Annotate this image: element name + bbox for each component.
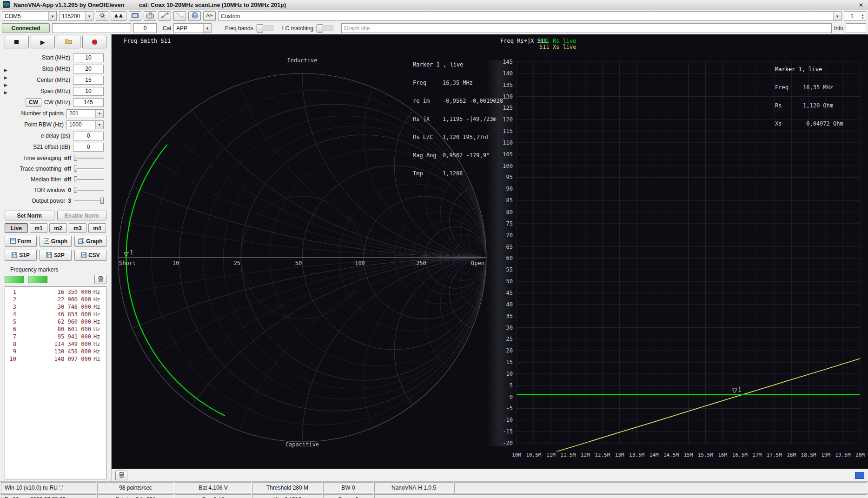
graph-copy-button[interactable]: Graph [74,236,106,247]
web-button[interactable] [188,11,201,21]
trace-m4-button[interactable]: m4 [88,223,106,233]
preset-arrow-button[interactable]: ▶ [4,83,7,88]
serial-info-field[interactable] [52,23,131,33]
marker-color-swatch[interactable] [28,276,47,283]
graph-view-button[interactable]: Graph [40,236,72,247]
slider-thumb[interactable] [74,166,77,172]
svg-text:11,5M: 11,5M [560,452,576,458]
stop-icon [14,40,19,44]
svg-text:10,5M: 10,5M [526,452,541,458]
start-mhz-field[interactable] [73,53,104,62]
unlink-button[interactable] [173,11,186,21]
com-port-select[interactable]: COM5▾ [2,11,57,21]
save-s1p-button[interactable]: S1P [5,250,37,261]
display-count-field[interactable]: 1▴▾ [844,11,866,21]
lc-matching-toggle[interactable] [316,26,333,31]
freq-marker-row[interactable]: 10148 097 000Hz [6,355,103,363]
stop-button[interactable] [5,36,29,48]
preset-arrow-button[interactable]: ▶ [4,68,7,73]
save-csv-button[interactable]: CSV [74,250,106,261]
cw-mhz-field[interactable] [73,98,104,107]
freq-marker-row[interactable]: 116 350 000Hz [6,288,103,296]
svg-text:12M: 12M [581,452,590,458]
slider-thumb[interactable] [100,198,104,204]
graph-title-input[interactable] [341,23,832,33]
trace-m3-button[interactable]: m3 [69,223,86,233]
trace-smoothing-slider[interactable] [74,165,104,173]
svg-text:45: 45 [506,290,513,296]
connected-button[interactable]: Connected [2,23,50,33]
form-view-button[interactable]: Form [5,236,37,247]
freq-bands-toggle[interactable] [256,26,273,31]
run-button[interactable]: ▶ [31,36,55,48]
freq-marker-row[interactable]: 222 900 000Hz [6,296,103,303]
edelay-field[interactable] [73,132,104,140]
preset-arrow-button[interactable]: ▶ [4,90,7,95]
time-averaging-slider[interactable] [74,154,104,162]
clear-markers-button[interactable] [94,275,106,284]
save-s2p-button[interactable]: S2P [40,250,72,261]
output-power-slider[interactable] [74,197,104,205]
rbw-select[interactable]: 1000▾ [66,120,104,129]
status-spacer [454,482,867,493]
points-select[interactable]: 201▾ [66,109,104,118]
svg-text:16,5M: 16,5M [732,452,748,458]
open-file-button[interactable] [57,36,81,48]
svg-text:17,5M: 17,5M [767,452,782,458]
trace-live-button[interactable]: Live [5,223,28,233]
svg-text:105: 105 [503,151,513,158]
screenshot-button[interactable] [144,11,156,21]
brightness-button[interactable] [96,11,108,21]
offset-field[interactable] [133,23,157,33]
freq-marker-row[interactable]: 446 853 000Hz [6,311,103,318]
marker-color-swatch[interactable] [5,276,24,283]
s21-offset-field[interactable] [73,143,104,152]
freq-marker-row[interactable]: 562 960 000Hz [6,318,103,325]
toggle-thumb [257,24,263,33]
frequency-marker-list[interactable]: 116 350 000Hz222 900 000Hz330 746 000Hz4… [5,286,106,479]
route-icon [161,13,169,20]
scale-up-button[interactable] [111,11,126,21]
stop-mhz-field[interactable] [73,65,104,73]
trace-m1-button[interactable]: m1 [30,223,47,233]
record-button[interactable] [82,36,106,48]
status-threshold: Threshold 280 M [252,482,322,493]
link-button[interactable] [159,11,171,21]
trace-m2-button[interactable]: m2 [49,223,67,233]
baud-rate-select[interactable]: 115200▾ [59,11,93,21]
display-button[interactable] [129,11,141,21]
play-icon: ▶ [40,39,45,46]
svg-text:-15: -15 [503,428,513,435]
status-scans: Scans 6 [323,494,373,498]
freq-marker-row[interactable]: 8114 349 000Hz [6,340,103,348]
spinner-arrows-icon[interactable]: ▴▾ [860,13,866,20]
median-filter-slider[interactable] [74,176,104,183]
freq-marker-row[interactable]: 330 746 000Hz [6,303,103,311]
close-button[interactable]: ✕ [857,2,865,8]
svg-text:120: 120 [503,116,513,123]
clear-chart-button[interactable] [115,471,127,480]
freq-marker-row[interactable]: 9130 456 000Hz [6,348,103,355]
slider-thumb[interactable] [74,176,77,182]
center-mhz-field[interactable] [73,76,104,85]
cal-mode-select[interactable]: APP▾ [173,23,212,33]
enable-norm-button[interactable]: Enable Norm [57,211,107,220]
svg-text:10M: 10M [512,452,521,458]
cw-button[interactable]: CW [26,98,41,107]
span-mhz-field[interactable] [73,87,104,96]
layout-preset-select[interactable]: Custom▾ [218,11,841,21]
waveform-button[interactable] [203,11,216,21]
tdr-window-slider[interactable] [74,186,104,194]
status-date: Вс 02 apr 2023 07:38:35 [1,494,96,498]
slider-thumb[interactable] [74,155,77,161]
info-field[interactable] [846,23,866,33]
freq-marker-row[interactable]: 795 941 000Hz [6,333,103,340]
status-spacer [374,494,867,498]
svg-text:11M: 11M [546,452,556,458]
preset-arrow-button[interactable]: ▶ [4,75,7,80]
set-norm-button[interactable]: Set Norm [5,211,54,220]
svg-text:145: 145 [503,59,513,65]
camera-icon [146,13,154,20]
slider-thumb[interactable] [74,187,77,193]
freq-marker-row[interactable]: 680 601 000Hz [6,325,103,333]
